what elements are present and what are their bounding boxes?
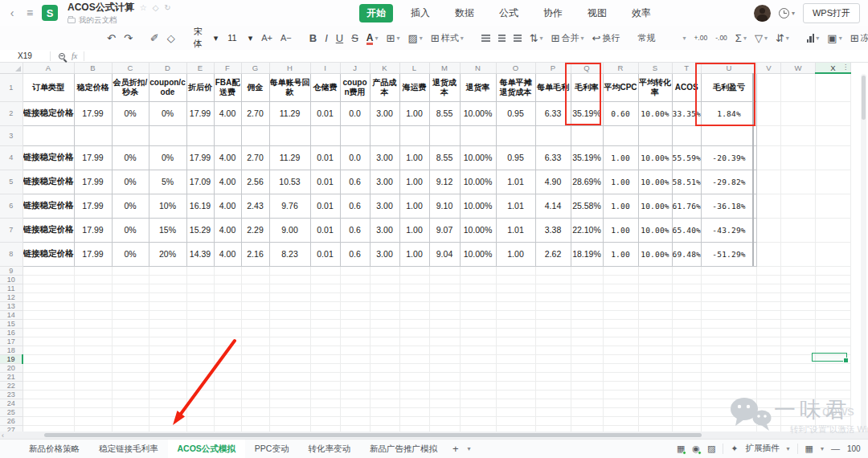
cell[interactable]	[535, 328, 571, 337]
cell[interactable]	[149, 390, 186, 399]
cell[interactable]	[340, 301, 370, 310]
strikethrough-button[interactable]: S	[349, 31, 361, 46]
row-header-20[interactable]: 20	[0, 363, 23, 372]
cell[interactable]	[571, 328, 603, 337]
hamburger-menu-icon[interactable]: ≡	[24, 6, 35, 19]
cell[interactable]	[74, 372, 112, 381]
cell[interactable]	[186, 310, 214, 319]
cell[interactable]: -43.29%	[702, 218, 757, 242]
cell[interactable]: 1.01	[496, 194, 535, 218]
cell[interactable]	[241, 275, 269, 284]
cell[interactable]: 3.38	[535, 218, 571, 242]
cell[interactable]	[74, 337, 112, 346]
cell[interactable]	[571, 399, 603, 407]
cell[interactable]: 4.00	[214, 242, 241, 266]
cell[interactable]	[638, 310, 672, 319]
cell[interactable]: 10.00%	[638, 218, 672, 242]
cell[interactable]: -36.18%	[702, 194, 757, 218]
cell[interactable]: 5%	[149, 170, 186, 194]
cell[interactable]	[214, 381, 241, 390]
cell[interactable]	[23, 310, 74, 319]
cell[interactable]: 6.33	[535, 145, 571, 170]
cell[interactable]: 3.00	[370, 242, 399, 266]
cell[interactable]	[340, 125, 370, 145]
cell[interactable]: 33.35%	[672, 101, 702, 125]
cell[interactable]	[399, 425, 429, 431]
cell[interactable]	[269, 275, 310, 284]
cell[interactable]	[535, 354, 571, 363]
cell[interactable]	[781, 242, 816, 266]
cell[interactable]	[672, 292, 702, 301]
cell[interactable]	[112, 425, 149, 431]
font-color-button[interactable]: A ▾	[364, 31, 381, 45]
cell[interactable]	[269, 301, 310, 310]
cell[interactable]	[241, 381, 269, 390]
column-header-O[interactable]: O	[496, 63, 535, 73]
cell[interactable]: 3.00	[370, 145, 399, 170]
cell[interactable]	[186, 390, 214, 399]
cell[interactable]: 11.29	[269, 101, 310, 125]
cell[interactable]	[496, 319, 535, 328]
cell[interactable]: 1.00	[399, 101, 429, 125]
cell[interactable]	[310, 292, 340, 301]
cell[interactable]	[571, 310, 603, 319]
cell[interactable]	[781, 194, 816, 218]
cell[interactable]	[399, 292, 429, 301]
cell[interactable]	[269, 399, 310, 407]
cell[interactable]: 4.00	[214, 218, 241, 242]
row-header-11[interactable]: 11	[0, 284, 23, 292]
cell[interactable]	[370, 275, 399, 284]
horizontal-scrollbar-thumb[interactable]	[44, 433, 702, 437]
cell[interactable]	[370, 337, 399, 346]
cell[interactable]: 17.09	[186, 170, 214, 194]
cell[interactable]	[571, 319, 603, 328]
insert-image-button[interactable]: ▣ ▾	[825, 31, 844, 46]
cell[interactable]	[816, 407, 851, 416]
align-center-button[interactable]	[496, 33, 508, 43]
cell[interactable]	[186, 275, 214, 284]
cell[interactable]	[23, 407, 74, 416]
cell[interactable]	[112, 337, 149, 346]
cell[interactable]	[816, 218, 851, 242]
cell[interactable]	[535, 372, 571, 381]
image-status-icon[interactable]: ▨	[707, 444, 715, 454]
cell[interactable]	[816, 73, 851, 101]
cell[interactable]	[370, 284, 399, 292]
cell[interactable]	[370, 381, 399, 390]
cell[interactable]	[781, 363, 816, 372]
cell[interactable]	[214, 310, 241, 319]
header-cell[interactable]: 每单毛利	[535, 73, 571, 101]
cell[interactable]	[672, 407, 702, 416]
cell[interactable]	[638, 328, 672, 337]
cell[interactable]	[781, 372, 816, 381]
cell[interactable]	[269, 354, 310, 363]
cell[interactable]	[340, 354, 370, 363]
cell[interactable]	[672, 354, 702, 363]
cell[interactable]	[186, 266, 214, 275]
cell[interactable]: 20%	[149, 242, 186, 266]
cell[interactable]	[149, 381, 186, 390]
row-header-12[interactable]: 12	[0, 292, 23, 301]
cell[interactable]	[460, 284, 496, 292]
cell[interactable]	[74, 266, 112, 275]
cell[interactable]	[186, 301, 214, 310]
cell[interactable]	[340, 381, 370, 390]
cell[interactable]	[757, 319, 781, 328]
cell[interactable]	[781, 354, 816, 363]
cell[interactable]	[638, 284, 672, 292]
cell[interactable]	[460, 354, 496, 363]
cell[interactable]: 1.00	[399, 242, 429, 266]
cell[interactable]	[310, 372, 340, 381]
cell[interactable]	[429, 292, 460, 301]
cell[interactable]	[112, 301, 149, 310]
cell[interactable]	[571, 346, 603, 354]
row-header-7[interactable]: 7	[0, 218, 23, 242]
cell[interactable]	[269, 337, 310, 346]
cell[interactable]: 55.59%	[672, 145, 702, 170]
cell[interactable]	[757, 425, 781, 431]
cell[interactable]	[702, 346, 757, 354]
row-header-3[interactable]: 3	[0, 125, 23, 145]
cell[interactable]	[603, 363, 638, 372]
header-cell[interactable]: 折后价	[186, 73, 214, 101]
cell[interactable]	[399, 372, 429, 381]
